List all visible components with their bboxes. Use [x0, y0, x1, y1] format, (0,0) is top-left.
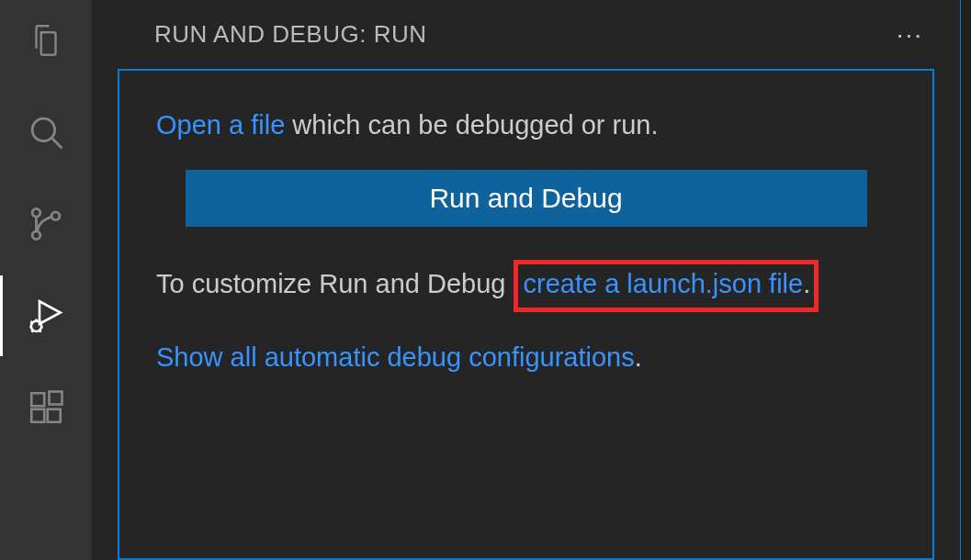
svg-rect-16 [50, 392, 62, 405]
search-icon[interactable] [24, 110, 68, 154]
editor-edge [960, 0, 971, 560]
svg-point-3 [32, 231, 40, 240]
svg-rect-15 [48, 409, 61, 422]
explorer-icon[interactable] [24, 18, 68, 62]
open-file-text: which can be debugged or run. [285, 110, 658, 140]
svg-line-8 [40, 321, 41, 323]
open-file-line: Open a file which can be debugged or run… [156, 106, 896, 144]
svg-line-1 [52, 139, 62, 149]
show-all-line: Show all automatic debug configurations. [156, 338, 896, 376]
svg-point-4 [51, 212, 60, 220]
svg-line-12 [40, 330, 41, 332]
sidebar-title: RUN AND DEBUG: RUN [154, 20, 426, 49]
svg-point-2 [32, 208, 40, 217]
open-file-link[interactable]: Open a file [156, 110, 285, 140]
create-launch-highlight: create a launch.json file. [514, 260, 819, 311]
customize-prefix: To customize Run and Debug [156, 269, 514, 298]
run-debug-panel: Open a file which can be debugged or run… [118, 69, 934, 560]
run-and-debug-button[interactable]: Run and Debug [186, 170, 867, 227]
customize-line: To customize Run and Debug create a laun… [156, 260, 896, 311]
customize-suffix: . [803, 269, 810, 298]
extensions-icon[interactable] [24, 386, 68, 430]
svg-rect-13 [31, 393, 44, 406]
svg-point-0 [32, 118, 55, 141]
show-all-suffix: . [635, 342, 642, 372]
svg-line-11 [31, 330, 33, 332]
source-control-icon[interactable] [24, 202, 68, 246]
show-all-configs-link[interactable]: Show all automatic debug configurations [156, 342, 635, 372]
activity-bar [0, 0, 92, 560]
run-debug-sidebar: RUN AND DEBUG: RUN ··· Open a file which… [92, 0, 960, 560]
more-actions-icon[interactable]: ··· [889, 17, 931, 53]
svg-line-7 [30, 321, 32, 323]
run-debug-icon[interactable] [24, 294, 68, 338]
create-launch-link[interactable]: create a launch.json file [524, 269, 804, 298]
svg-rect-14 [31, 409, 44, 422]
sidebar-header: RUN AND DEBUG: RUN ··· [92, 0, 960, 69]
